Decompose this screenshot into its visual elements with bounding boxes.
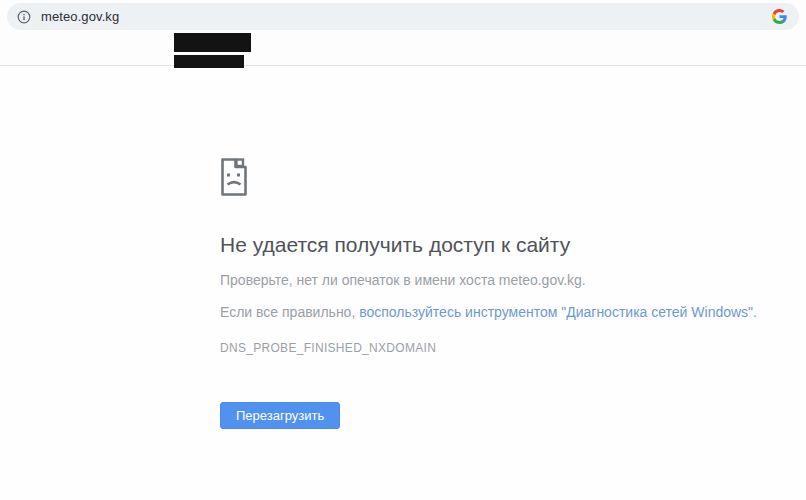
redacted-block <box>174 33 251 52</box>
windows-diagnostics-link[interactable]: воспользуйтесь инструментом "Диагностика… <box>359 304 757 320</box>
redacted-block <box>174 55 244 68</box>
address-bar[interactable]: meteo.gov.kg <box>7 3 799 30</box>
error-title: Не удается получить доступ к сайту <box>220 231 700 258</box>
url-text[interactable]: meteo.gov.kg <box>41 9 119 24</box>
browser-window: meteo.gov.kg Не удается получить доступ … <box>0 0 806 500</box>
info-icon[interactable] <box>17 10 31 24</box>
error-diagnostic-line: Если все правильно, воспользуйтесь инстр… <box>220 304 780 321</box>
browser-toolbar: meteo.gov.kg <box>0 0 806 66</box>
error-check-typo-text: Проверьте, нет ли опечаток в имени хоста… <box>220 272 740 289</box>
reload-button[interactable]: Перезагрузить <box>220 402 340 429</box>
google-g-icon <box>772 9 787 24</box>
error-code: DNS_PROBE_FINISHED_NXDOMAIN <box>220 341 620 355</box>
diagnostic-prefix-text: Если все правильно, <box>220 304 359 320</box>
error-page: Не удается получить доступ к сайту Прове… <box>0 67 806 500</box>
sad-page-icon <box>219 156 249 198</box>
